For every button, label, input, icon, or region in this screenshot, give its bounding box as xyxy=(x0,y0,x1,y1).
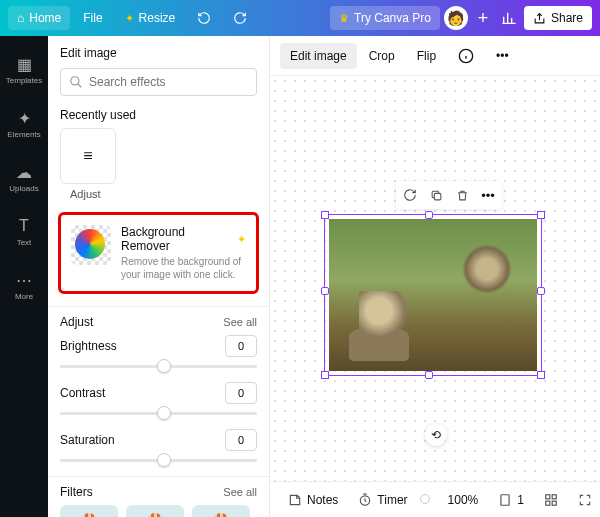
rail-elements[interactable]: ✦Elements xyxy=(0,98,48,150)
canvas-area: Edit image Crop Flip ••• ••• xyxy=(270,36,600,517)
try-canva-pro-button[interactable]: ♛Try Canva Pro xyxy=(330,6,440,30)
crown-icon: ♛ xyxy=(339,12,349,25)
add-button[interactable]: + xyxy=(472,7,494,29)
page-more-button[interactable]: ••• xyxy=(476,183,500,207)
more-options-button[interactable]: ••• xyxy=(486,43,519,69)
svg-rect-7 xyxy=(546,501,550,505)
resize-handle[interactable] xyxy=(537,211,545,219)
topbar: ⌂Home File ✦Resize ♛Try Canva Pro 🧑 + Sh… xyxy=(0,0,600,36)
trash-icon xyxy=(456,189,469,202)
page-toolbar: ••• xyxy=(396,181,502,209)
info-icon xyxy=(458,48,474,64)
crop-button[interactable]: Crop xyxy=(359,43,405,69)
file-button[interactable]: File xyxy=(74,6,111,30)
grid-view-button[interactable] xyxy=(536,489,566,511)
side-panel: Edit image Recently used ≡ Adjust Backgr… xyxy=(48,36,270,517)
resize-handle[interactable] xyxy=(425,211,433,219)
zoom-value[interactable]: 100% xyxy=(440,489,487,511)
adjust-effect-label: Adjust xyxy=(60,188,257,200)
rotate-handle[interactable]: ⟲ xyxy=(425,424,447,446)
pro-badge-icon: ✦ xyxy=(237,233,246,246)
fullscreen-button[interactable] xyxy=(570,489,600,511)
templates-icon: ▦ xyxy=(17,55,32,73)
notes-button[interactable]: Notes xyxy=(280,489,346,511)
insights-button[interactable] xyxy=(498,7,520,29)
saturation-slider[interactable]: Saturation0 xyxy=(60,429,257,462)
panel-title: Edit image xyxy=(48,36,269,68)
resize-handle[interactable] xyxy=(425,371,433,379)
share-button[interactable]: Share xyxy=(524,6,592,30)
resize-handle[interactable] xyxy=(537,287,545,295)
filter-thumb[interactable] xyxy=(192,505,250,517)
image-content xyxy=(329,219,537,371)
brightness-slider[interactable]: Brightness0 xyxy=(60,335,257,368)
selected-image[interactable] xyxy=(324,214,542,376)
svg-point-0 xyxy=(71,77,79,85)
object-rail: ▦Templates ✦Elements ☁Uploads TText ⋯Mor… xyxy=(0,36,48,517)
svg-rect-8 xyxy=(552,501,556,505)
svg-rect-4 xyxy=(501,494,509,505)
search-input[interactable] xyxy=(89,75,248,89)
rotate-icon xyxy=(403,188,417,202)
resize-handle[interactable] xyxy=(537,371,545,379)
edit-image-button[interactable]: Edit image xyxy=(280,43,357,69)
home-button[interactable]: ⌂Home xyxy=(8,6,70,30)
svg-rect-2 xyxy=(434,193,441,200)
resize-handle[interactable] xyxy=(321,211,329,219)
elements-icon: ✦ xyxy=(18,109,31,127)
rail-more[interactable]: ⋯More xyxy=(0,260,48,312)
crown-icon: ✦ xyxy=(125,12,134,25)
filters-heading: Filters xyxy=(60,485,93,499)
text-icon: T xyxy=(19,217,29,235)
context-toolbar: Edit image Crop Flip ••• xyxy=(270,36,600,76)
background-remover[interactable]: Background Remover✦ Remove the backgroun… xyxy=(63,217,254,289)
flip-button[interactable]: Flip xyxy=(407,43,446,69)
timer-button[interactable]: Timer xyxy=(350,489,415,511)
copy-icon xyxy=(430,189,443,202)
dots-icon: ••• xyxy=(496,49,509,63)
resize-handle[interactable] xyxy=(321,287,329,295)
sliders-icon: ≡ xyxy=(83,147,92,165)
timer-icon xyxy=(358,493,372,507)
rail-text[interactable]: TText xyxy=(0,206,48,258)
avatar[interactable]: 🧑 xyxy=(444,6,468,30)
rail-uploads[interactable]: ☁Uploads xyxy=(0,152,48,204)
filter-thumb[interactable] xyxy=(126,505,184,517)
delete-button[interactable] xyxy=(450,183,474,207)
filter-thumb[interactable] xyxy=(60,505,118,517)
more-icon: ⋯ xyxy=(16,271,32,289)
redo-button[interactable] xyxy=(224,6,256,30)
animate-button[interactable] xyxy=(398,183,422,207)
info-button[interactable] xyxy=(448,42,484,70)
search-icon xyxy=(69,75,83,89)
resize-button[interactable]: ✦Resize xyxy=(116,6,185,30)
adjust-heading: Adjust xyxy=(60,315,93,329)
notes-icon xyxy=(288,493,302,507)
filters-see-all[interactable]: See all xyxy=(223,486,257,498)
svg-rect-5 xyxy=(546,494,550,498)
adjust-effect-thumb[interactable]: ≡ xyxy=(60,128,116,184)
page-icon xyxy=(498,493,512,507)
grid-icon xyxy=(544,493,558,507)
dots-icon: ••• xyxy=(481,188,495,203)
search-effects[interactable] xyxy=(60,68,257,96)
adjust-see-all[interactable]: See all xyxy=(223,316,257,328)
contrast-slider[interactable]: Contrast0 xyxy=(60,382,257,415)
bg-remover-highlight: Background Remover✦ Remove the backgroun… xyxy=(58,212,259,294)
undo-button[interactable] xyxy=(188,6,220,30)
recently-used-heading: Recently used xyxy=(60,108,136,122)
resize-handle[interactable] xyxy=(321,371,329,379)
bottom-bar: Notes Timer 100% 1 xyxy=(270,481,600,517)
expand-icon xyxy=(578,493,592,507)
rail-templates[interactable]: ▦Templates xyxy=(0,44,48,96)
uploads-icon: ☁ xyxy=(16,163,32,181)
design-board[interactable]: ••• ⟲ Notes Timer xyxy=(270,76,600,517)
page-count[interactable]: 1 xyxy=(490,489,532,511)
bg-remover-icon xyxy=(71,225,111,265)
duplicate-button[interactable] xyxy=(424,183,448,207)
svg-rect-6 xyxy=(552,494,556,498)
